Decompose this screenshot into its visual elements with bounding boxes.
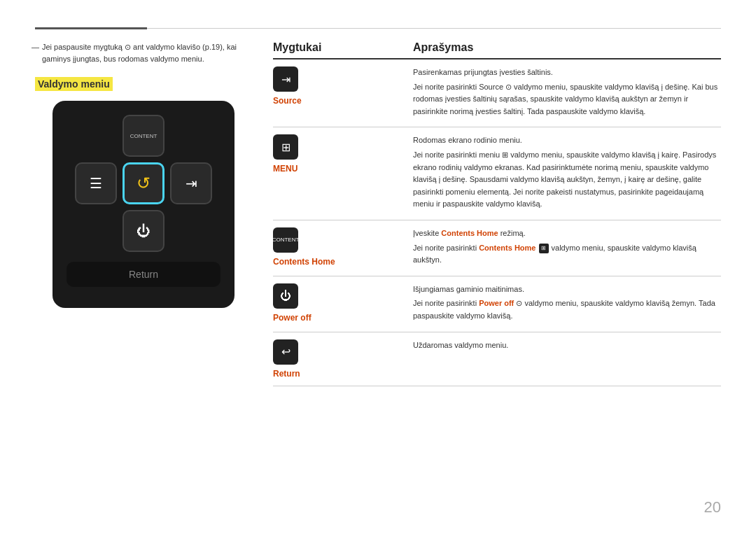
remote-buttons: CONTENT ☰ ↺ ⇥ (66, 115, 220, 252)
power-desc1: Išjungiamas gaminio maitinimas. (413, 283, 721, 296)
menu-desc: Rodomas ekrano rodinio meniu. Jei norite… (413, 134, 721, 213)
joystick-icon: ↺ (136, 174, 150, 193)
joystick-button[interactable]: ↺ (122, 162, 164, 204)
table-row: CONTENT Contents Home Įveskite Contents … (273, 220, 721, 276)
row-left-power: ⏻ Power off (273, 283, 413, 323)
col-header-buttons: Mygtukai (273, 41, 413, 54)
remote-return-label: Return (66, 262, 220, 287)
source-desc1: Pasirenkamas prijungtas įvesties šaltini… (413, 66, 721, 79)
content-button[interactable]: CONTENT (122, 115, 164, 157)
source-desc2: Jei norite pasirinkti Source ⊙ valdymo m… (413, 81, 721, 118)
right-panel: Mygtukai Aprašymas ⇥ Source Pasirenkamas… (273, 41, 721, 513)
table-row: ↩ Return Uždaromas valdymo meniu. (273, 332, 721, 386)
intro-text: Jei paspausite mygtuką ⊙ ant valdymo kla… (35, 41, 252, 64)
page-number: 20 (704, 498, 721, 517)
table-row: ⊞ MENU Rodomas ekrano rodinio meniu. Jei… (273, 127, 721, 220)
remote-row-top: CONTENT (122, 115, 164, 157)
source-icon: ⇥ (186, 175, 197, 192)
table-header: Mygtukai Aprašymas (273, 41, 721, 59)
contents-icon-inline: ⊞ (539, 244, 549, 253)
power-highlight: Power off (479, 299, 514, 307)
main-content: Jei paspausite mygtuką ⊙ ant valdymo kla… (35, 41, 721, 513)
menu-label: MENU (273, 164, 298, 174)
power-icon: ⏻ (136, 223, 150, 239)
contents-label: Contents Home (273, 257, 335, 267)
content-button-label: CONTENT (130, 133, 158, 139)
power-button[interactable]: ⏻ (122, 210, 164, 252)
power-label: Power off (273, 313, 312, 323)
contents-desc2: Jei norite pasirinkti Contents Home ⊞ va… (413, 242, 721, 267)
left-panel: Jei paspausite mygtuką ⊙ ant valdymo kla… (35, 41, 252, 513)
col-header-desc: Aprašymas (413, 41, 721, 54)
contents-highlight: Contents Home (441, 229, 498, 237)
power-desc: Išjungiamas gaminio maitinimas. Jei nori… (413, 283, 721, 325)
return-row-icon: ↩ (273, 339, 298, 365)
remote-control: CONTENT ☰ ↺ ⇥ (52, 101, 234, 308)
section-title: Valdymo meniu (35, 77, 113, 91)
contents-desc: Įveskite Contents Home režimą. Jei norit… (413, 227, 721, 269)
menu-icon: ☰ (90, 175, 102, 192)
source-button[interactable]: ⇥ (170, 162, 212, 204)
table-row: ⇥ Source Pasirenkamas prijungtas įvestie… (273, 59, 721, 127)
menu-desc1: Rodomas ekrano rodinio meniu. (413, 134, 721, 147)
return-desc2: Uždaromas valdymo meniu. (413, 339, 721, 352)
power-desc2: Jei norite pasirinkti Power off ⊙ valdym… (413, 297, 721, 322)
menu-row-icon: ⊞ (273, 134, 298, 160)
page: Jei paspausite mygtuką ⊙ ant valdymo kla… (0, 0, 756, 534)
contents-desc1: Įveskite Contents Home režimą. (413, 227, 721, 240)
menu-button[interactable]: ☰ (75, 162, 117, 204)
source-label: Source (273, 96, 302, 106)
row-left-source: ⇥ Source (273, 66, 413, 106)
contents-row-icon: CONTENT (273, 227, 298, 253)
remote-row-middle: ☰ ↺ ⇥ (75, 162, 212, 204)
top-border (35, 28, 721, 29)
row-left-contents: CONTENT Contents Home (273, 227, 413, 267)
return-label: Return (273, 369, 300, 379)
contents-highlight2: Contents Home (479, 244, 536, 252)
return-desc: Uždaromas valdymo meniu. (413, 339, 721, 354)
source-row-icon: ⇥ (273, 66, 298, 92)
row-left-return: ↩ Return (273, 339, 413, 379)
power-row-icon: ⏻ (273, 283, 298, 309)
remote-row-bottom: ⏻ (122, 210, 164, 252)
table-row: ⏻ Power off Išjungiamas gaminio maitinim… (273, 276, 721, 332)
row-left-menu: ⊞ MENU (273, 134, 413, 174)
source-desc: Pasirenkamas prijungtas įvesties šaltini… (413, 66, 721, 120)
menu-desc2: Jei norite pasirinkti meniu ⊞ valdymo me… (413, 149, 721, 211)
